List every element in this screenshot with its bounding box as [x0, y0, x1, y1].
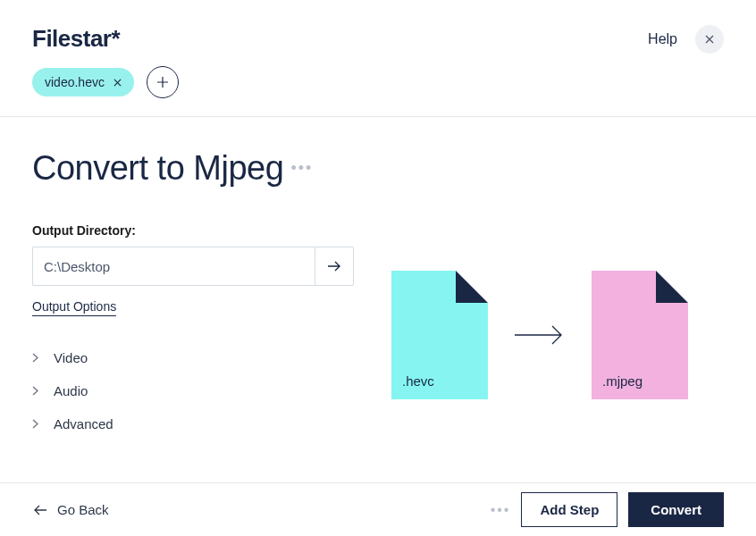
- output-options-link[interactable]: Output Options: [32, 299, 116, 316]
- plus-icon: [156, 76, 169, 88]
- chevron-right-icon: [32, 386, 43, 396]
- go-back-label: Go Back: [57, 502, 109, 517]
- add-step-button[interactable]: Add Step: [521, 492, 617, 527]
- browse-directory-button[interactable]: [315, 247, 354, 286]
- arrow-right-icon: [513, 322, 567, 348]
- app-logo: Filestar*: [32, 25, 120, 53]
- more-actions-icon[interactable]: •••: [491, 502, 511, 518]
- remove-file-icon[interactable]: [113, 79, 122, 87]
- arrow-right-icon: [326, 260, 342, 272]
- conversion-illustration: .hevc .mjpeg: [391, 149, 724, 440]
- file-fold-icon: [456, 271, 488, 303]
- chevron-right-icon: [32, 419, 43, 429]
- source-file-icon: .hevc: [391, 271, 488, 399]
- accordion-label: Advanced: [54, 416, 113, 431]
- add-file-button[interactable]: [147, 66, 179, 98]
- file-fold-icon: [656, 271, 688, 303]
- file-chip-label: video.hevc: [45, 75, 105, 89]
- accordion-audio[interactable]: Audio: [32, 374, 354, 407]
- arrow-left-icon: [32, 504, 48, 516]
- convert-button[interactable]: Convert: [628, 492, 724, 527]
- file-chip[interactable]: video.hevc: [32, 68, 134, 96]
- source-ext-label: .hevc: [402, 373, 434, 389]
- accordion-advanced[interactable]: Advanced: [32, 407, 354, 440]
- output-directory-label: Output Directory:: [32, 223, 354, 238]
- close-button[interactable]: [695, 25, 724, 54]
- page-title-text: Convert to Mjpeg: [32, 149, 283, 188]
- chevron-right-icon: [32, 353, 43, 363]
- more-options-icon[interactable]: •••: [290, 159, 313, 178]
- output-directory-input[interactable]: [32, 247, 315, 286]
- target-ext-label: .mjpeg: [602, 373, 643, 389]
- accordion-label: Video: [54, 350, 88, 365]
- accordion-label: Audio: [54, 383, 88, 398]
- close-icon: [705, 35, 714, 44]
- page-title: Convert to Mjpeg •••: [32, 149, 354, 188]
- target-file-icon: .mjpeg: [592, 271, 688, 399]
- help-link[interactable]: Help: [648, 31, 677, 47]
- go-back-button[interactable]: Go Back: [32, 502, 109, 517]
- accordion-video[interactable]: Video: [32, 341, 354, 374]
